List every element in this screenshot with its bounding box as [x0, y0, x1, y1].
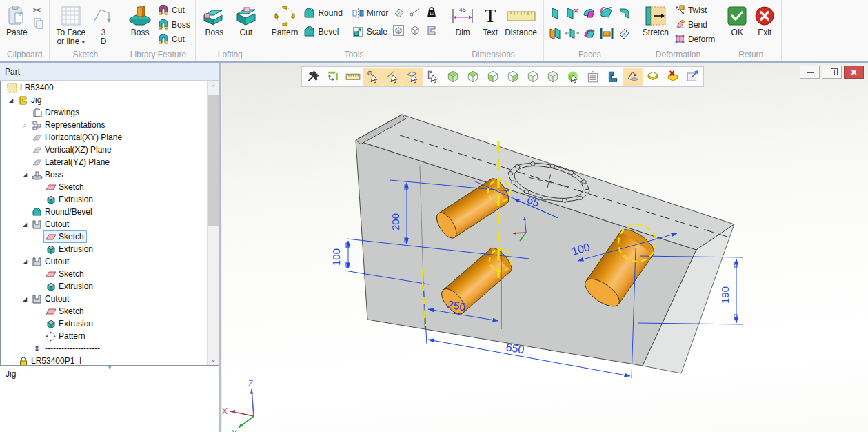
- cube-outline-button[interactable]: [409, 24, 421, 39]
- distance-button[interactable]: Distance: [501, 2, 541, 39]
- tree-item-body[interactable]: Pattern: [43, 330, 88, 342]
- copy-button[interactable]: [31, 18, 46, 31]
- restore-button[interactable]: [822, 66, 842, 79]
- face-diamond-button[interactable]: [617, 27, 631, 43]
- tree-item-sketch[interactable]: Sketch: [1, 230, 219, 243]
- to-face-or-line-button[interactable]: To Face or line ▾: [52, 2, 89, 48]
- tree-item-body[interactable]: Sketch: [43, 305, 87, 317]
- ruler-button[interactable]: [343, 68, 363, 86]
- part-bracket-button[interactable]: [603, 68, 623, 86]
- tree-item-lr53400[interactable]: LR53400: [1, 81, 219, 94]
- tree-item-body[interactable]: Extrusion: [43, 280, 96, 293]
- view-left-button[interactable]: [483, 68, 503, 86]
- tree-item-representations[interactable]: Representations: [1, 119, 219, 131]
- face-delete-button[interactable]: [565, 7, 579, 23]
- select-solid-button[interactable]: [563, 68, 583, 86]
- tree-item-body[interactable]: Round/Bevel: [30, 206, 95, 218]
- scroll-thumb[interactable]: [208, 95, 219, 226]
- scroll-down-icon[interactable]: ⌄: [208, 353, 219, 365]
- tree-item-round-bevel[interactable]: Round/Bevel: [1, 206, 219, 218]
- view-shaded-button[interactable]: [443, 68, 463, 86]
- library-boss-button[interactable]: Boss: [124, 2, 156, 39]
- sketch-3d-button[interactable]: 3D: [89, 2, 118, 48]
- tree-item-boss[interactable]: Boss: [1, 168, 219, 181]
- dim-button[interactable]: 45 Dim: [446, 2, 479, 39]
- deform-button[interactable]: Deform: [672, 32, 717, 46]
- tree-item-body[interactable]: Extrusion: [43, 193, 96, 206]
- tree-item-body[interactable]: Vertical(XZ) Plane: [30, 144, 114, 156]
- expander-icon[interactable]: [20, 122, 30, 128]
- dim-190-text[interactable]: 190: [719, 286, 731, 304]
- dim-650-text[interactable]: 650: [505, 341, 525, 355]
- tree-item-body[interactable]: Sketch: [43, 230, 87, 243]
- round-button[interactable]: Round: [301, 6, 344, 19]
- splitter-handle-icon[interactable]: ▼: [107, 366, 112, 370]
- view-back-button[interactable]: [523, 68, 543, 86]
- weight-tool-button[interactable]: 10: [425, 6, 438, 21]
- tree-item-vertical-xz-plane[interactable]: Vertical(XZ) Plane: [1, 144, 219, 156]
- tree-item-body[interactable]: Extrusion: [43, 317, 96, 330]
- tree-item-sketch[interactable]: Sketch: [1, 181, 219, 193]
- face-bend-button[interactable]: [583, 27, 596, 43]
- stretch-button[interactable]: Stretch: [639, 2, 672, 39]
- expander-icon[interactable]: [6, 97, 16, 104]
- display-list-button[interactable]: [583, 68, 603, 86]
- tree-item-body[interactable]: LR53400: [5, 81, 57, 94]
- text-button[interactable]: T Text: [479, 2, 501, 39]
- tree-item-body[interactable]: Cutout: [30, 255, 72, 268]
- pin-button[interactable]: [303, 68, 323, 86]
- expander-icon[interactable]: [20, 259, 30, 265]
- face-move-button[interactable]: [548, 27, 562, 43]
- tree-item-drawings[interactable]: Drawings: [1, 106, 219, 119]
- tree-item-extrusion[interactable]: Extrusion: [1, 280, 219, 293]
- tree-item-sketch[interactable]: Sketch: [1, 305, 219, 317]
- cut-button[interactable]: ✂: [31, 3, 46, 17]
- tree-item-body[interactable]: Sketch: [43, 181, 87, 193]
- tree-item-body[interactable]: Cutout: [30, 293, 72, 305]
- view-plain-button[interactable]: [543, 68, 563, 86]
- mirror-button[interactable]: Mirror: [350, 6, 390, 19]
- tree-item-body[interactable]: ⇕--------------------: [30, 342, 103, 355]
- maximize-view-button[interactable]: [683, 68, 703, 86]
- tree-item-cutout[interactable]: Cutout: [1, 218, 219, 230]
- face-flag-button[interactable]: [549, 7, 561, 23]
- tree-item-body[interactable]: LR53400P1_I: [16, 355, 84, 366]
- bevel-button[interactable]: Bevel: [301, 25, 344, 38]
- face-translate-button[interactable]: [565, 27, 580, 43]
- face-elbow-button[interactable]: [618, 7, 630, 23]
- tree-item-lateral-yz-plane[interactable]: Lateral(YZ) Plane: [1, 156, 219, 168]
- view-top-button[interactable]: [463, 68, 483, 86]
- close-button[interactable]: ✕: [844, 66, 864, 79]
- exit-button[interactable]: Exit: [751, 2, 778, 39]
- face-offset-button[interactable]: [600, 7, 614, 23]
- tree-item-cutout[interactable]: Cutout: [1, 293, 219, 305]
- select-point-button[interactable]: [363, 68, 383, 86]
- profile-tool-button[interactable]: [425, 24, 438, 39]
- select-body-button[interactable]: [423, 68, 443, 86]
- tree-item-body[interactable]: Boss: [30, 168, 66, 181]
- library-boss-small-button[interactable]: Boss: [156, 18, 192, 31]
- library-cut-small-button[interactable]: Cut: [156, 32, 192, 46]
- view-right-button[interactable]: [503, 68, 523, 86]
- eraser-tool-button[interactable]: [392, 7, 405, 21]
- tree-item-body[interactable]: Horizontal(XY) Plane: [30, 131, 125, 144]
- loft-cut-button[interactable]: Cut: [230, 2, 262, 39]
- tree-item-body[interactable]: Cutout: [30, 218, 72, 230]
- select-face-button[interactable]: [403, 68, 423, 86]
- face-frame-button[interactable]: [599, 27, 614, 43]
- tree-item-body[interactable]: Lateral(YZ) Plane: [30, 156, 112, 168]
- tree-item-sketch[interactable]: Sketch: [1, 268, 219, 280]
- dim-200-text[interactable]: 200: [390, 213, 401, 230]
- tree-item-body[interactable]: Sketch: [43, 268, 87, 280]
- library-cut-button[interactable]: Cut: [156, 3, 192, 17]
- viewport-3d[interactable]: 200 100 65 100 250 650 190 X Z Y ✕: [222, 63, 868, 432]
- face-replace-button[interactable]: [583, 7, 596, 23]
- expander-icon[interactable]: [20, 172, 30, 178]
- ok-button[interactable]: OK: [723, 2, 751, 39]
- tree-item-extrusion[interactable]: Extrusion: [1, 193, 219, 206]
- bend-button[interactable]: Bend: [672, 18, 717, 31]
- paste-button[interactable]: Paste: [3, 2, 31, 39]
- scale-button[interactable]: Scale: [350, 25, 390, 38]
- expander-icon[interactable]: [20, 296, 30, 302]
- tree-scrollbar[interactable]: ⌃ ⌄: [207, 81, 219, 365]
